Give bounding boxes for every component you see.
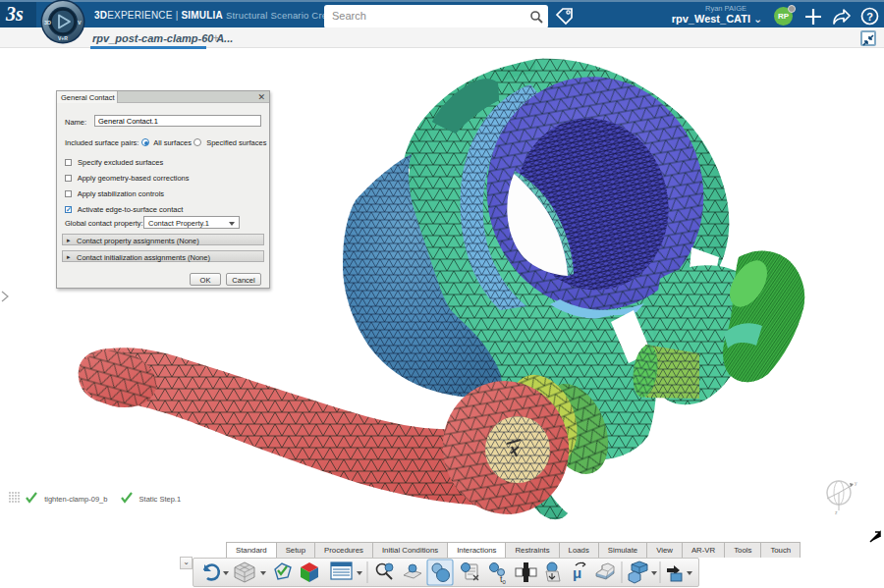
svg-text:μ: μ <box>573 564 581 581</box>
svg-text:V+R: V+R <box>58 35 68 41</box>
svg-text:3D: 3D <box>44 20 51 26</box>
svg-text:V: V <box>78 20 82 26</box>
svg-text:3s: 3s <box>5 3 24 25</box>
svg-text:?: ? <box>866 11 873 23</box>
svg-text:t0: t0 <box>500 574 507 585</box>
svg-text:y: y <box>855 480 857 486</box>
svg-text:z: z <box>835 509 838 515</box>
